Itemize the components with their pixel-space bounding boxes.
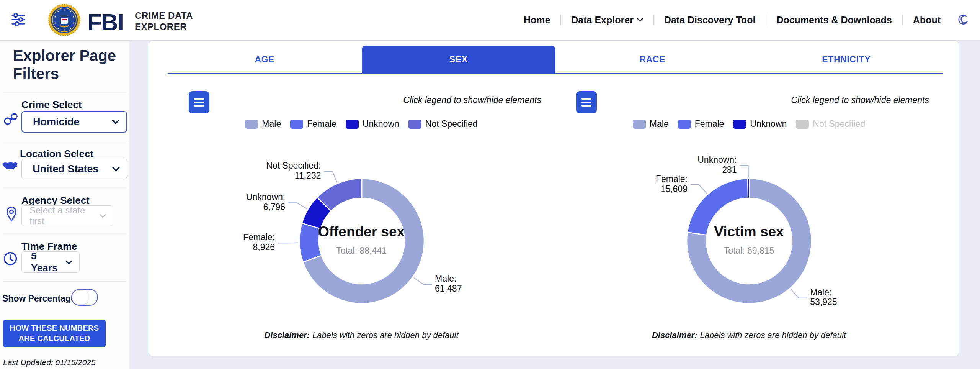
label-leader-line (324, 171, 337, 182)
legend-item-not-specified[interactable]: Not Specified (408, 119, 478, 129)
chevron-down-icon (100, 214, 106, 218)
location-select-dropdown[interactable]: United States (21, 159, 127, 179)
legend-swatch (678, 120, 691, 129)
demographic-tabs: AGE SEX RACE ETHNICITY (168, 46, 943, 73)
label-leader-line (278, 243, 298, 243)
brand-line2: EXPLORER (135, 21, 193, 32)
divider (3, 141, 126, 141)
chart-disclaimer: Disclaimer:Labels with zeros are hidden … (168, 330, 555, 340)
location-pin-icon (5, 206, 18, 224)
label-leader-line (414, 278, 432, 285)
legend-label: Male (650, 119, 669, 129)
legend-item-unknown[interactable]: Unknown (346, 119, 399, 129)
donut-slice-female (688, 179, 748, 235)
caret-down-icon (637, 18, 643, 22)
nav-data-explorer[interactable]: Data Explorer (561, 15, 653, 26)
fbi-seal-logo[interactable] (48, 4, 80, 36)
divider (3, 188, 126, 188)
legend-swatch (245, 120, 258, 129)
handcuffs-icon (3, 112, 19, 127)
how-numbers-calculated-button[interactable]: HOW THESE NUMBERS ARE CALCULATED (3, 320, 106, 347)
chevron-down-icon (112, 167, 120, 171)
legend-hint-text: Click legend to show/hide elements (403, 95, 541, 105)
agency-select-placeholder: Select a state first (29, 205, 100, 226)
tab-race[interactable]: RACE (555, 46, 750, 73)
tab-ethnicity[interactable]: ETHNICITY (750, 46, 944, 73)
crime-select-value: Homicide (33, 116, 80, 128)
hamburger-icon (194, 98, 204, 107)
legend-item-not-specified[interactable]: Not Specified (796, 119, 865, 129)
nav-home[interactable]: Home (513, 15, 560, 26)
legend-label: Not Specified (425, 119, 478, 129)
legend-label: Female (695, 119, 724, 129)
brand-fbi-text: FBI (87, 8, 123, 36)
slice-label-unknown: Unknown:281 (697, 155, 737, 175)
tab-sex[interactable]: SEX (362, 46, 556, 73)
label-leader-line (791, 289, 807, 298)
legend-swatch (408, 120, 421, 129)
label-leader-line (288, 203, 307, 209)
explorer-filters-sidebar: Explorer Page Filters Crime Select Homic… (0, 41, 129, 369)
nav-data-discovery-tool[interactable]: Data Discovery Tool (654, 15, 766, 26)
legend-swatch (796, 120, 809, 129)
legend-item-female[interactable]: Female (678, 119, 724, 129)
chart-disclaimer: Disclaimer:Labels with zeros are hidden … (555, 330, 943, 340)
slice-label-female: Female:15,609 (656, 174, 688, 194)
dark-mode-toggle[interactable] (956, 13, 969, 27)
label-leader-line (740, 166, 748, 177)
brand-app-name: CRIME DATA EXPLORER (135, 10, 193, 33)
top-navbar: FBI CRIME DATA EXPLORER Home Data Explor… (0, 0, 980, 41)
legend-swatch (633, 120, 646, 129)
legend-label: Unknown (363, 119, 399, 129)
time-frame-dropdown[interactable]: 5 Years (21, 251, 80, 273)
legend-label: Unknown (750, 119, 787, 129)
donut-slice-female (299, 223, 322, 262)
fbi-crime-data-explorer-page: FBI CRIME DATA EXPLORER Home Data Explor… (0, 0, 980, 369)
time-frame-value: 5 Years (31, 250, 65, 274)
legend-swatch (346, 120, 359, 129)
offender-sex-donut-chart (168, 74, 555, 357)
legend-swatch (290, 120, 303, 129)
nav-documents-downloads[interactable]: Documents & Downloads (766, 15, 902, 26)
divider (3, 234, 126, 234)
victim-sex-chart-panel: Click legend to show/hide elements MaleF… (555, 74, 943, 357)
slice-label-unknown: Unknown:6,796 (246, 192, 285, 212)
chart-legend: MaleFemaleUnknownNot Specified (168, 119, 555, 129)
location-select-label: Location Select (20, 148, 93, 160)
filters-sliders-icon[interactable] (9, 11, 28, 29)
last-updated-text: Last Updated: 01/15/2025 (3, 358, 96, 367)
brand-line1: CRIME DATA (135, 10, 193, 21)
main-navigation: Home Data Explorer Data Discovery Tool D… (513, 0, 969, 40)
location-select-value: United States (33, 163, 99, 175)
toggle-knob (73, 291, 88, 304)
nav-about[interactable]: About (903, 15, 951, 26)
legend-item-male[interactable]: Male (245, 119, 281, 129)
legend-label: Female (307, 119, 336, 129)
chevron-down-icon (65, 260, 72, 264)
label-leader-line (691, 185, 707, 194)
sidebar-title: Explorer Page Filters (13, 47, 128, 83)
show-percentages-toggle[interactable] (71, 289, 98, 306)
charts-card: AGE SEX RACE ETHNICITY Click legend to s… (149, 41, 959, 356)
legend-item-male[interactable]: Male (633, 119, 669, 129)
moon-icon (956, 13, 969, 26)
legend-item-unknown[interactable]: Unknown (733, 119, 787, 129)
legend-swatch (733, 120, 746, 129)
tab-age[interactable]: AGE (168, 46, 362, 73)
chart-menu-button[interactable] (576, 91, 597, 113)
chart-legend: MaleFemaleUnknownNot Specified (555, 119, 943, 129)
crime-select-label: Crime Select (21, 99, 82, 111)
divider (3, 93, 126, 93)
slice-label-female: Female:8,926 (243, 233, 275, 253)
chart-menu-button[interactable] (189, 91, 209, 113)
agency-select-dropdown[interactable]: Select a state first (21, 205, 113, 226)
legend-hint-text: Click legend to show/hide elements (791, 95, 929, 105)
divider (3, 281, 126, 282)
chevron-down-icon (112, 120, 119, 124)
slice-label-not-specified: Not Specified:11,232 (266, 161, 321, 181)
slice-label-male: Male:61,487 (435, 274, 462, 294)
legend-label: Male (262, 119, 281, 129)
crime-select-dropdown[interactable]: Homicide (21, 111, 127, 133)
clock-icon (3, 251, 18, 267)
legend-item-female[interactable]: Female (290, 119, 336, 129)
